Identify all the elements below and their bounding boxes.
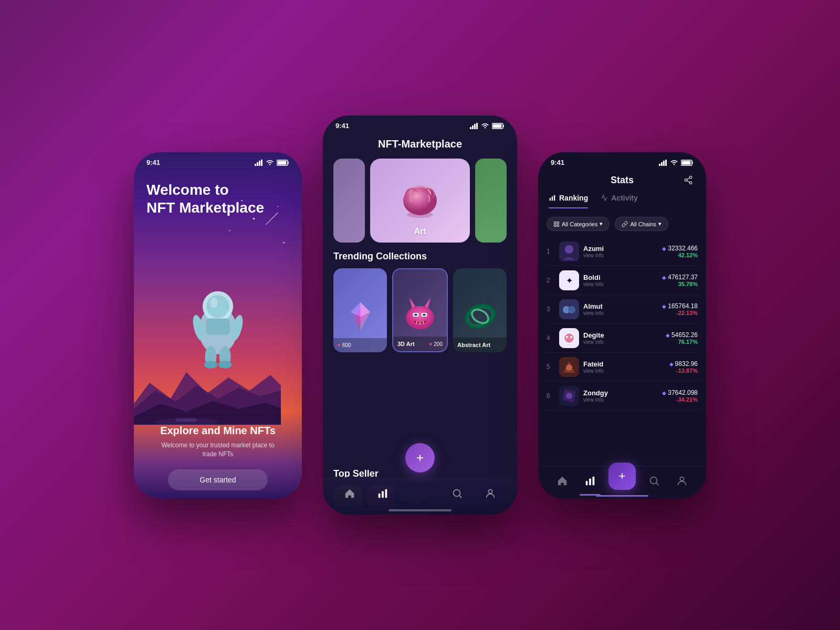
share-button[interactable]: [681, 173, 696, 187]
svg-rect-0: [255, 164, 256, 166]
ranking-item-2[interactable]: 2 ✦ Boldi view info: [547, 266, 698, 295]
nft-view-degite: view info: [583, 339, 666, 345]
nft-info-azumi: Azumi view info: [583, 245, 662, 258]
svg-rect-26: [176, 418, 197, 422]
activity-tab-icon: [601, 194, 608, 202]
tabs-row: Ranking Activity: [538, 194, 706, 208]
svg-point-101: [650, 477, 657, 484]
avatar-fateid: [559, 357, 579, 377]
ranking-item-3[interactable]: 3 Almut view info: [547, 295, 698, 324]
welcome-title: Welcome toNFT Marketplace: [146, 181, 289, 216]
card-name-2: 3D Art: [397, 341, 415, 347]
tab-ranking[interactable]: Ranking: [549, 194, 588, 208]
tab-ranking-label: Ranking: [559, 194, 588, 202]
battery-icon-3: [681, 160, 694, 166]
nav-user-3[interactable]: [673, 471, 691, 490]
avatar-almut: [559, 299, 579, 319]
nft-price-degite: ◆ 54652.26: [666, 331, 698, 339]
heart-icon-2: ♥: [429, 341, 432, 347]
fab-plus-3[interactable]: +: [608, 463, 636, 490]
svg-point-72: [689, 182, 692, 184]
boldi-art: ✦: [559, 270, 579, 290]
svg-rect-65: [663, 161, 665, 166]
svg-point-16: [210, 298, 218, 307]
nav-user-2[interactable]: [480, 483, 501, 504]
astronaut-container: [146, 216, 289, 425]
nft-name-almut: Almut: [583, 302, 662, 310]
wifi-icon: [266, 160, 274, 166]
trending-title: Trending Collections: [333, 251, 507, 262]
fab-plus-2[interactable]: +: [405, 443, 435, 472]
filter-categories[interactable]: All Categories ▾: [547, 217, 610, 231]
battery-icon: [277, 160, 289, 166]
user-icon-3: [676, 475, 688, 487]
svg-rect-79: [557, 222, 559, 224]
eth-icon-1: ◆: [662, 246, 666, 251]
card-footer-2: 3D Art ♥ 200: [393, 337, 447, 351]
trending-section: Trending Collections: [323, 251, 517, 468]
nav-home-2[interactable]: [339, 483, 360, 504]
trending-card-3[interactable]: Abstract Art: [453, 268, 507, 352]
stats-title: Stats: [563, 175, 681, 186]
nft-info-degite: Degite view info: [583, 331, 666, 345]
nav-home-3[interactable]: [553, 471, 572, 490]
azumi-art: [559, 242, 579, 261]
svg-rect-77: [554, 195, 555, 201]
ranking-item-6[interactable]: 6 Zondgy view info: [547, 382, 698, 411]
explore-title: Explore and Mine NFTs: [146, 425, 289, 437]
trending-card-1[interactable]: ♥ 600: [333, 268, 387, 352]
trending-card-2[interactable]: 3D Art ♥ 200: [392, 268, 448, 352]
svg-rect-99: [589, 478, 591, 485]
svg-rect-1: [257, 162, 258, 166]
share-icon: [684, 175, 693, 185]
chevron-down-chains: ▾: [658, 220, 662, 227]
wifi-icon-2: [481, 123, 489, 129]
diamond-art: [343, 300, 377, 334]
svg-rect-63: [659, 164, 660, 166]
nav-plus-space-2: [405, 483, 435, 504]
ranking-item-4[interactable]: 4 Degite view info: [547, 324, 698, 353]
avatar-degite: [559, 328, 579, 348]
svg-point-88: [568, 306, 575, 313]
brain-3d-art: [396, 175, 444, 223]
astronaut-svg: [176, 268, 260, 373]
get-started-button[interactable]: Get started: [168, 469, 267, 490]
svg-point-15: [206, 295, 229, 318]
svg-line-73: [687, 181, 689, 182]
svg-rect-100: [593, 477, 595, 486]
heart-icon-1: ♥: [338, 342, 341, 348]
svg-rect-30: [476, 123, 478, 129]
filter-categories-label: All Categories: [562, 221, 597, 227]
nft-stats-azumi: ◆ 32332.466 42.12%: [662, 245, 698, 258]
svg-point-92: [570, 336, 572, 338]
eth-icon-4: ◆: [666, 332, 670, 338]
svg-rect-27: [470, 127, 471, 129]
card-footer-1: ♥ 600: [333, 338, 387, 352]
rank-num-6: 6: [547, 392, 555, 400]
ranking-item-1[interactable]: 1 Azumi view info: [547, 237, 698, 266]
nft-stats-zondgy: ◆ 37642.098 -34.21%: [662, 389, 698, 403]
nav-chart-2[interactable]: [372, 483, 393, 504]
nav-search-3[interactable]: [645, 471, 664, 490]
nav-search-2[interactable]: [447, 483, 468, 504]
nft-info-almut: Almut view info: [583, 302, 662, 316]
rank-num-3: 3: [547, 306, 555, 313]
svg-rect-66: [665, 160, 667, 166]
nft-info-boldi: Boldi view info: [583, 274, 662, 287]
nav-chart-3[interactable]: [581, 471, 600, 490]
phones-container: 9:41: [134, 116, 706, 514]
chains-icon: [622, 221, 628, 227]
marketplace-title: NFT-Marketplace: [378, 138, 462, 150]
filter-chains-label: All Chains: [630, 221, 656, 227]
svg-rect-76: [552, 196, 553, 201]
nft-name-degite: Degite: [583, 331, 666, 339]
ranking-item-5[interactable]: 5 Fateid view info: [547, 353, 698, 382]
nft-name-fateid: Fateid: [583, 360, 669, 368]
filter-chains[interactable]: All Chains ▾: [615, 217, 668, 231]
art-card-main[interactable]: Art: [370, 159, 470, 243]
avatar-zondgy: [559, 386, 579, 406]
svg-point-97: [566, 393, 572, 399]
tab-activity[interactable]: Activity: [601, 194, 638, 208]
tab-activity-label: Activity: [611, 194, 638, 202]
nft-stats-almut: ◆ 165764.18 -22.13%: [662, 302, 698, 316]
